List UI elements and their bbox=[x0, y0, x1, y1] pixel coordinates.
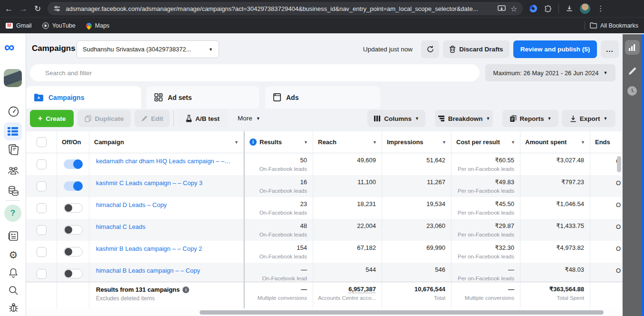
site-settings-icon[interactable] bbox=[53, 5, 61, 12]
review-and-publish-button[interactable]: Review and publish (5) bbox=[513, 40, 597, 58]
select-all-checkbox[interactable] bbox=[37, 137, 47, 147]
address-bar[interactable]: adsmanager.facebook.com/adsmanager/manag… bbox=[48, 2, 523, 15]
downloads-icon[interactable] bbox=[566, 5, 573, 12]
tab-ad-sets[interactable]: Ad sets bbox=[146, 86, 259, 109]
campaign-name-link[interactable]: kashmir C Leads campaign – – Copy 3 bbox=[89, 175, 244, 197]
header-ends[interactable]: Ends bbox=[590, 131, 623, 153]
ab-test-button[interactable]: A/B test bbox=[177, 110, 228, 127]
chevron-down-icon: ▼ bbox=[415, 116, 419, 121]
browser-menu-icon[interactable]: ⋮ bbox=[597, 4, 605, 13]
duplicate-button[interactable]: Duplicate bbox=[77, 110, 131, 127]
account-avatar[interactable] bbox=[4, 69, 22, 87]
back-icon[interactable]: ← bbox=[5, 5, 13, 13]
header-reach[interactable]: Reach▼ bbox=[313, 131, 382, 153]
footer-title: Results from 131 campaigns bbox=[96, 286, 180, 293]
results-sub: On-Facebook leads bbox=[260, 232, 307, 237]
row-checkbox[interactable] bbox=[37, 203, 47, 213]
reports-button[interactable]: Reports ▼ bbox=[502, 110, 558, 127]
more-button[interactable]: More ▼ bbox=[238, 115, 260, 122]
header-amount-spent[interactable]: Amount spent▼ bbox=[520, 131, 590, 153]
table-row: himachal B Leads campaign – – Copy —On-F… bbox=[26, 263, 623, 282]
forward-icon[interactable]: → bbox=[19, 5, 28, 13]
row-checkbox[interactable] bbox=[37, 269, 47, 279]
notifications-bell-icon[interactable] bbox=[7, 267, 19, 279]
vertical-scrollbar-thumb[interactable] bbox=[617, 156, 621, 172]
spent-value: ₹48.03 bbox=[565, 266, 584, 273]
cost-value: ₹60.55 bbox=[495, 157, 514, 164]
sidebar-item-ads-reporting-icon[interactable] bbox=[7, 143, 19, 156]
meta-logo-icon[interactable]: ∞ bbox=[4, 40, 14, 54]
save-to-device-icon[interactable] bbox=[498, 5, 506, 12]
horizontal-scrollbar-thumb[interactable] bbox=[200, 310, 604, 315]
campaign-name-link[interactable]: himachal C Leads bbox=[89, 219, 244, 241]
create-button[interactable]: + Create bbox=[30, 110, 74, 127]
footer-reach[interactable]: 6,957,387 bbox=[348, 286, 376, 293]
results-sub: On-Facebook lead bbox=[262, 276, 307, 281]
discard-drafts-button[interactable]: Discard Drafts bbox=[443, 40, 509, 58]
sort-caret-icon: ▼ bbox=[581, 140, 585, 145]
spent-value: ₹3,027.48 bbox=[556, 157, 584, 164]
browser-profile-avatar[interactable] bbox=[580, 3, 590, 14]
campaign-toggle[interactable] bbox=[64, 159, 83, 169]
extension-icon[interactable] bbox=[529, 5, 537, 12]
header-impressions[interactable]: Impressions▼ bbox=[382, 131, 452, 153]
settings-gear-icon[interactable]: ⚙ bbox=[7, 249, 19, 261]
header-campaign[interactable]: Campaign▼ bbox=[89, 131, 244, 153]
all-bookmarks-button[interactable]: All Bookmarks bbox=[590, 22, 638, 29]
bar-chart-icon bbox=[628, 44, 637, 51]
export-button[interactable]: Export ▼ bbox=[562, 110, 615, 127]
edit-panel-pencil-icon[interactable] bbox=[627, 66, 637, 76]
left-sidebar: ∞ ? ⚙ bbox=[0, 33, 26, 316]
campaign-toggle[interactable] bbox=[64, 203, 83, 213]
info-icon[interactable]: i bbox=[183, 286, 189, 293]
date-range-selector[interactable]: Maximum: 26 May 2021 - 26 Jun 2024 ▼ bbox=[485, 64, 615, 81]
row-checkbox[interactable] bbox=[37, 225, 47, 235]
campaign-name-link[interactable]: himachal B Leads campaign – – Copy bbox=[89, 263, 244, 282]
row-checkbox[interactable] bbox=[37, 181, 47, 191]
ab-test-label: A/B test bbox=[195, 115, 220, 122]
row-checkbox[interactable] bbox=[37, 159, 47, 169]
edit-button[interactable]: Edit bbox=[135, 110, 170, 127]
folder-icon bbox=[590, 22, 597, 29]
campaign-toggle[interactable] bbox=[64, 269, 83, 278]
refresh-button[interactable] bbox=[421, 40, 439, 58]
sidebar-item-audiences-icon[interactable] bbox=[7, 164, 19, 177]
account-selector[interactable]: Sudhanshu Srivastava (30429738372... ▼ bbox=[77, 40, 219, 58]
tab-ads[interactable]: Ads bbox=[265, 86, 380, 109]
sidebar-item-ads-posts-icon[interactable] bbox=[7, 230, 19, 242]
bookmark-maps[interactable]: Maps bbox=[86, 22, 110, 29]
columns-button[interactable]: Columns ▼ bbox=[367, 110, 425, 127]
extensions-puzzle-icon[interactable] bbox=[544, 5, 552, 13]
bookmark-gmail[interactable]: M Gmail bbox=[6, 22, 32, 29]
campaign-toggle[interactable] bbox=[64, 225, 83, 235]
bookmark-youtube[interactable]: YouTube bbox=[42, 22, 76, 29]
campaign-name-link[interactable]: himachal D Leads – Copy bbox=[89, 197, 244, 219]
reload-icon[interactable]: ↻ bbox=[34, 5, 41, 13]
sidebar-item-campaigns-active[interactable] bbox=[4, 122, 22, 140]
campaign-toggle[interactable] bbox=[64, 247, 83, 257]
impressions-value: 11,267 bbox=[427, 178, 445, 186]
activity-history-clock-icon[interactable] bbox=[627, 86, 637, 96]
ends-value: O bbox=[590, 197, 623, 219]
account-overview-speedometer-icon[interactable] bbox=[7, 105, 19, 118]
search-icon[interactable] bbox=[7, 284, 19, 296]
info-icon[interactable]: i bbox=[250, 138, 257, 146]
help-button[interactable]: ? bbox=[4, 205, 21, 222]
report-bug-icon[interactable] bbox=[7, 301, 19, 314]
bookmark-star-icon[interactable]: ☆ bbox=[510, 4, 517, 13]
charts-panel-button[interactable] bbox=[625, 40, 640, 55]
header-results[interactable]: iResults▼ bbox=[244, 131, 313, 153]
footer-spent: ₹363,564.88 bbox=[549, 286, 584, 293]
campaign-toggle[interactable] bbox=[64, 181, 83, 191]
campaign-name-link[interactable]: kashmir B Leads campaign – – Copy 2 bbox=[89, 241, 244, 263]
spent-value: ₹1,046.54 bbox=[556, 200, 584, 207]
header-cost-per-result[interactable]: Cost per result▼ bbox=[452, 131, 520, 153]
sidebar-item-billing-coins-icon[interactable] bbox=[7, 185, 19, 197]
header-more-button[interactable]: ... bbox=[601, 40, 619, 58]
tab-campaigns[interactable]: Campaigns bbox=[26, 86, 141, 109]
row-checkbox[interactable] bbox=[37, 247, 47, 257]
breakdown-button[interactable]: Breakdown ▼ bbox=[435, 110, 493, 127]
spent-value: ₹4,973.82 bbox=[556, 244, 584, 251]
campaign-name-link[interactable]: kedarnath char dham HIQ Leads campaign –… bbox=[89, 153, 244, 175]
search-input[interactable] bbox=[30, 64, 480, 81]
